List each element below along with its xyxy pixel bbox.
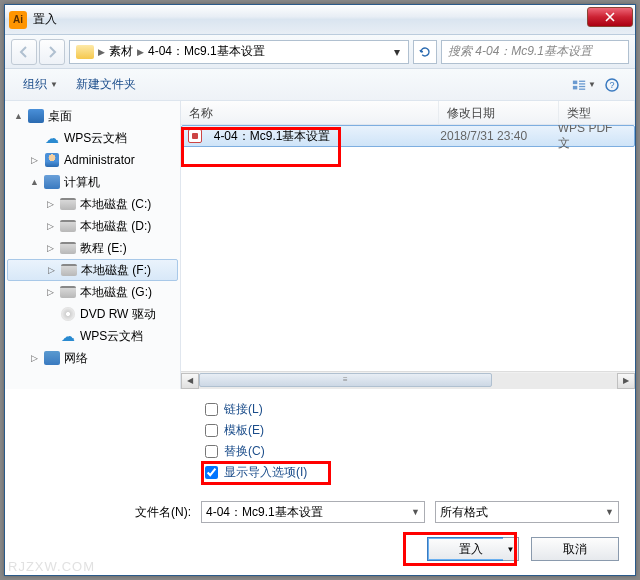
tree-label: WPS云文档	[64, 130, 127, 147]
path-bar[interactable]: ▶ 素材 ▶ 4-04：Mc9.1基本设置 ▾	[69, 40, 409, 64]
nav-arrows	[11, 39, 65, 65]
close-button[interactable]	[587, 7, 633, 27]
sidebar-item[interactable]: ▷网络	[5, 347, 180, 369]
checkbox-input[interactable]	[205, 445, 218, 458]
tree-label: 桌面	[48, 108, 72, 125]
body-area: ▲桌面☁WPS云文档▷Administrator▲计算机▷本地磁盘 (C:)▷本…	[5, 101, 635, 389]
cloud-icon: ☁	[44, 131, 60, 145]
sidebar-item[interactable]: DVD RW 驱动	[5, 303, 180, 325]
toolbar: 组织 ▼ 新建文件夹 ▼ ?	[5, 69, 635, 101]
checkbox-input[interactable]	[205, 466, 218, 479]
filename-area: 文件名(N): 4-04：Mc9.1基本设置 ▼ 所有格式 ▼	[5, 493, 635, 531]
scroll-left-button[interactable]: ◀	[181, 373, 199, 389]
filename-combobox[interactable]: 4-04：Mc9.1基本设置 ▼	[201, 501, 425, 523]
sidebar-item[interactable]: ▷本地磁盘 (C:)	[5, 193, 180, 215]
sidebar-item[interactable]: ▷Administrator	[5, 149, 180, 171]
path-separator-icon: ▶	[137, 47, 144, 57]
pdf-file-icon	[188, 129, 202, 143]
sidebar-item[interactable]: ▷教程 (E:)	[5, 237, 180, 259]
scroll-track[interactable]: ≡	[199, 373, 617, 389]
dialog-window: Ai 置入 ▶ 素材 ▶ 4-04：Mc9.1基本设置 ▾ 搜索 4-04：Mc…	[4, 4, 636, 576]
tree-label: 本地磁盘 (F:)	[81, 262, 151, 279]
cancel-button[interactable]: 取消	[531, 537, 619, 561]
scroll-right-button[interactable]: ▶	[617, 373, 635, 389]
place-button[interactable]: 置入	[427, 537, 515, 561]
file-row[interactable]: 4-04：Mc9.1基本设置2018/7/31 23:40WPS PDF 文	[181, 125, 635, 147]
list-body[interactable]: 4-04：Mc9.1基本设置2018/7/31 23:40WPS PDF 文	[181, 125, 635, 371]
sidebar-item[interactable]: ☁WPS云文档	[5, 325, 180, 347]
expand-icon: ▷	[29, 353, 40, 364]
svg-rect-1	[579, 80, 585, 81]
options-area: 链接(L) 模板(E) 替换(C) 显示导入选项(I)	[5, 389, 635, 493]
column-type[interactable]: 类型	[559, 101, 635, 124]
tree-label: 计算机	[64, 174, 100, 191]
expand-icon: ▷	[45, 221, 56, 232]
file-date: 2018/7/31 23:40	[432, 129, 549, 143]
new-folder-button[interactable]: 新建文件夹	[68, 72, 144, 97]
sidebar-item[interactable]: ▲计算机	[5, 171, 180, 193]
sidebar-item[interactable]: ▷本地磁盘 (F:)	[7, 259, 178, 281]
chevron-down-icon: ▼	[50, 80, 58, 89]
drive-icon	[60, 197, 76, 211]
checkbox-input[interactable]	[205, 424, 218, 437]
svg-rect-2	[579, 83, 585, 84]
folder-icon	[76, 45, 94, 59]
horizontal-scrollbar[interactable]: ◀ ≡ ▶	[181, 371, 635, 389]
view-options-button[interactable]: ▼	[571, 74, 597, 96]
path-segment[interactable]: 4-04：Mc9.1基本设置	[144, 43, 269, 60]
window-title: 置入	[33, 11, 57, 28]
dvd-icon	[60, 307, 76, 321]
sidebar-item[interactable]: ▷本地磁盘 (D:)	[5, 215, 180, 237]
column-date[interactable]: 修改日期	[439, 101, 559, 124]
expand-icon: ▷	[45, 287, 56, 298]
arrow-left-icon	[17, 45, 31, 59]
sidebar-item[interactable]: ▲桌面	[5, 105, 180, 127]
tree-label: 本地磁盘 (D:)	[80, 218, 151, 235]
svg-rect-3	[573, 85, 577, 89]
column-name[interactable]: 名称	[181, 101, 439, 124]
computer-icon	[44, 175, 60, 189]
scroll-thumb[interactable]: ≡	[199, 373, 492, 387]
tree-label: 网络	[64, 350, 88, 367]
help-button[interactable]: ?	[599, 74, 625, 96]
nav-forward-button[interactable]	[39, 39, 65, 65]
drive-icon	[61, 263, 77, 277]
tree-label: 本地磁盘 (G:)	[80, 284, 152, 301]
link-checkbox[interactable]: 链接(L)	[205, 401, 619, 418]
file-type-filter[interactable]: 所有格式 ▼	[435, 501, 619, 523]
replace-checkbox[interactable]: 替换(C)	[205, 443, 619, 460]
tree-label: 教程 (E:)	[80, 240, 127, 257]
drive-icon	[60, 219, 76, 233]
expand-icon: ▷	[46, 265, 57, 276]
organize-button[interactable]: 组织 ▼	[15, 72, 66, 97]
chevron-down-icon: ▼	[588, 80, 596, 89]
expand-icon	[45, 331, 56, 342]
tree-label: Administrator	[64, 153, 135, 167]
sidebar-item[interactable]: ▷本地磁盘 (G:)	[5, 281, 180, 303]
nav-back-button[interactable]	[11, 39, 37, 65]
file-type: WPS PDF 文	[550, 125, 634, 152]
file-name: 4-04：Mc9.1基本设置	[206, 128, 433, 145]
nav-bar: ▶ 素材 ▶ 4-04：Mc9.1基本设置 ▾ 搜索 4-04：Mc9.1基本设…	[5, 35, 635, 69]
filename-label: 文件名(N):	[21, 504, 191, 521]
search-input[interactable]: 搜索 4-04：Mc9.1基本设置	[441, 40, 629, 64]
refresh-icon	[418, 45, 432, 59]
sidebar-tree[interactable]: ▲桌面☁WPS云文档▷Administrator▲计算机▷本地磁盘 (C:)▷本…	[5, 101, 181, 389]
expand-icon: ▷	[45, 199, 56, 210]
checkbox-input[interactable]	[205, 403, 218, 416]
tree-label: DVD RW 驱动	[80, 306, 156, 323]
expand-icon: ▷	[29, 155, 40, 166]
chevron-down-icon: ▼	[411, 507, 420, 517]
expand-icon: ▲	[29, 177, 40, 188]
expand-icon	[29, 133, 40, 144]
place-dropdown-button[interactable]: ▼	[503, 537, 519, 561]
path-segment[interactable]: 素材	[105, 43, 137, 60]
template-checkbox[interactable]: 模板(E)	[205, 422, 619, 439]
refresh-button[interactable]	[413, 40, 437, 64]
show-import-options-checkbox[interactable]: 显示导入选项(I)	[205, 464, 619, 481]
help-icon: ?	[605, 78, 619, 92]
file-list-panel: 名称 修改日期 类型 4-04：Mc9.1基本设置2018/7/31 23:40…	[181, 101, 635, 389]
sidebar-item[interactable]: ☁WPS云文档	[5, 127, 180, 149]
path-dropdown-icon[interactable]: ▾	[388, 45, 406, 59]
tree-label: 本地磁盘 (C:)	[80, 196, 151, 213]
